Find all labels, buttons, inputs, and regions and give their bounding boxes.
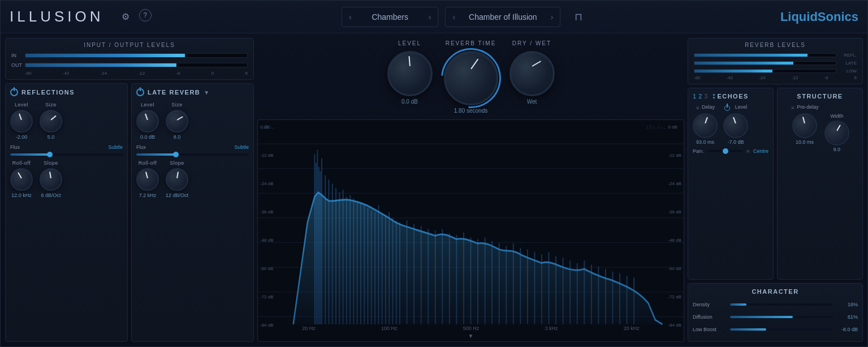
- late-reverb-level-knob[interactable]: [136, 110, 159, 132]
- diffusion-slider[interactable]: [730, 316, 833, 318]
- low-boost-row: Low Boost -8.0 dB: [693, 324, 858, 335]
- predelay-knob[interactable]: [792, 113, 817, 138]
- late-reverb-power-button[interactable]: [136, 88, 144, 96]
- reflections-rolloff-knob[interactable]: [10, 168, 33, 191]
- echo-num-1[interactable]: 1: [693, 93, 696, 100]
- reflections-flux-slider[interactable]: [10, 153, 123, 156]
- out-label: OUT: [11, 62, 25, 68]
- late-reverb-flux-value[interactable]: Subtle: [234, 144, 249, 150]
- expand-button[interactable]: ▼: [468, 333, 474, 339]
- reflections-rolloff-row: Roll-off 12.0 kHz Slope 6 dB/Oct: [10, 160, 123, 198]
- echo-level-knob[interactable]: [723, 113, 748, 138]
- low-boost-label: Low Boost: [693, 327, 727, 332]
- main-content: INPUT / OUTPUT LEVELS IN OUT -60 -42: [1, 33, 867, 346]
- refl-bar-container: [694, 53, 836, 57]
- late-reverb-level-label: Level: [141, 102, 154, 108]
- category-next-button[interactable]: ›: [424, 12, 436, 22]
- level-knob[interactable]: [387, 51, 433, 96]
- late-reverb-flux-fill: [136, 153, 176, 156]
- reflections-level-group: Level -2.00: [10, 102, 33, 140]
- echo-delay-knob[interactable]: [693, 113, 718, 138]
- refl-bar-row: REFL.: [694, 52, 857, 58]
- density-value: 16%: [836, 302, 858, 307]
- reverb-scale: -60 -42 -24 -12 -6 6: [694, 75, 857, 80]
- pan-l-label: L: [702, 149, 704, 154]
- predelay-label: Pre-delay: [797, 104, 819, 110]
- echoes-header: 1 2 3 ECHOES: [693, 93, 768, 100]
- echo-delay-group: ✕ Delay 93.0 ms: [693, 104, 718, 145]
- right-section: REVERB LEVELS REFL. LATE: [688, 38, 863, 342]
- late-reverb-rolloff-knob[interactable]: [136, 168, 159, 191]
- late-reverb-flux-row: Flux Subtle: [136, 144, 249, 150]
- pan-thumb[interactable]: [723, 148, 728, 154]
- preset-next-button[interactable]: ›: [546, 12, 558, 22]
- low-bar-container: [694, 69, 836, 73]
- late-reverb-size-group: Size 8.0: [166, 102, 188, 140]
- late-reverb-slope-group: Slope 12 dB/Oct: [166, 160, 188, 198]
- pan-value: Centre: [753, 148, 768, 154]
- late-reverb-flux-thumb[interactable]: [173, 152, 179, 157]
- category-prev-button[interactable]: ‹: [344, 12, 356, 22]
- refl-label: REFL.: [839, 53, 857, 58]
- reflections-header: REFLECTIONS: [10, 88, 123, 96]
- late-reverb-slope-knob[interactable]: [166, 168, 188, 191]
- reflections-flux-thumb[interactable]: [47, 152, 53, 157]
- late-reverb-rolloff-label: Roll-off: [139, 160, 157, 166]
- echo-dot-2: [713, 97, 715, 98]
- diffusion-row: Diffusion 61%: [693, 312, 858, 322]
- preset-prev-button[interactable]: ‹: [448, 12, 460, 22]
- out-level-row: OUT: [11, 61, 248, 69]
- reflections-rolloff-value: 12.0 kHz: [11, 192, 32, 198]
- dry-wet-knob[interactable]: [509, 51, 555, 96]
- reflections-flux-value[interactable]: Subtle: [108, 144, 123, 150]
- io-scale-6: 6: [245, 71, 248, 76]
- low-boost-fill: [730, 328, 766, 331]
- reverb-time-knob[interactable]: [444, 51, 498, 105]
- width-label: Width: [830, 113, 843, 119]
- pin-button[interactable]: ⊓: [569, 8, 588, 26]
- reverb-levels-panel: REVERB LEVELS REFL. LATE: [688, 38, 863, 84]
- echo-level-label: Level: [735, 104, 748, 110]
- diffusion-value: 61%: [836, 314, 858, 320]
- preset-label: Chamber of Illusion: [460, 12, 546, 22]
- echo-level-power-button[interactable]: [724, 105, 730, 111]
- fx-panels: REFLECTIONS Level -2.00 Size: [5, 83, 254, 342]
- spectrum-display: 0 dB -12 dB -24 dB -36 dB -48 dB -60 dB …: [257, 119, 684, 342]
- reverb-levels-title: REVERB LEVELS: [694, 42, 857, 48]
- reflections-level-value: -2.00: [16, 134, 28, 140]
- late-reverb-flux-slider[interactable]: [136, 153, 249, 156]
- reflections-panel: REFLECTIONS Level -2.00 Size: [5, 83, 128, 342]
- io-scale-m24: -24: [101, 71, 107, 76]
- settings-button[interactable]: ⚙: [118, 9, 133, 25]
- in-level-bar-container: [25, 53, 248, 58]
- io-scale-0: 0: [211, 71, 214, 76]
- density-fill: [730, 303, 746, 306]
- freq-label-100hz: 100 Hz: [381, 325, 398, 331]
- help-button[interactable]: ?: [139, 9, 152, 22]
- late-reverb-dropdown-button[interactable]: ▼: [204, 89, 209, 96]
- reflections-size-knob[interactable]: [40, 110, 62, 132]
- late-label: LATE: [839, 61, 857, 66]
- pan-slider[interactable]: [707, 150, 743, 152]
- echoes-title: ECHOES: [717, 93, 748, 100]
- late-reverb-size-knob[interactable]: [166, 110, 188, 132]
- io-scale-m6: -6: [176, 71, 180, 76]
- reflections-flux-fill: [10, 153, 50, 156]
- reflections-flux-label: Flux: [10, 144, 20, 150]
- reflections-slope-knob[interactable]: [40, 168, 62, 191]
- reverb-time-value: 1.80 seconds: [454, 108, 488, 114]
- header-icons: ⚙ ?: [118, 9, 152, 25]
- character-panel: CHARACTER Density 16% Diffusion 61%: [688, 283, 863, 342]
- reflections-level-knob[interactable]: [10, 110, 33, 132]
- density-slider[interactable]: [730, 303, 833, 306]
- reflections-power-button[interactable]: [10, 88, 18, 96]
- echo-num-2[interactable]: 2: [698, 93, 702, 100]
- pan-row: Pan L R Centre: [693, 148, 768, 154]
- width-knob[interactable]: [824, 121, 849, 145]
- brand-logo: LiquidSonics: [780, 10, 858, 24]
- low-boost-slider[interactable]: [730, 328, 833, 331]
- dry-wet-value: Wet: [527, 98, 537, 105]
- late-reverb-rolloff-row: Roll-off 7.2 kHz Slope 12 dB/Oct: [136, 160, 249, 198]
- echo-num-3[interactable]: 3: [704, 93, 707, 100]
- late-reverb-level-group: Level 0.0 dB: [136, 102, 159, 140]
